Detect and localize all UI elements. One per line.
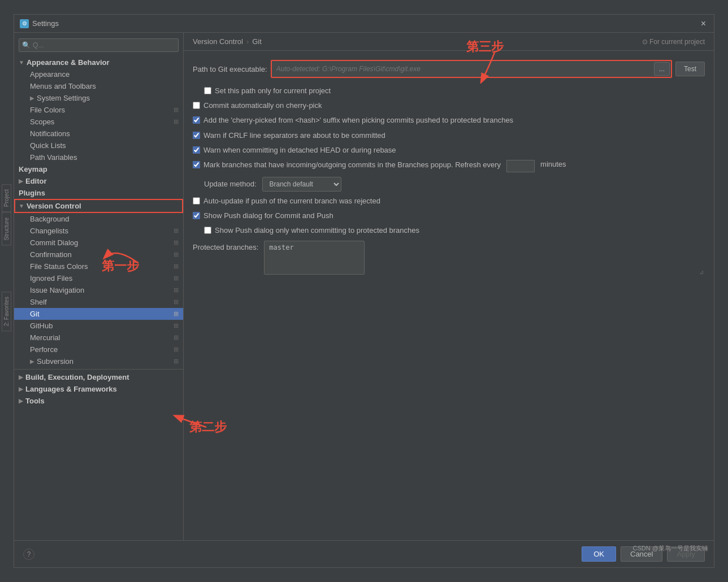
protected-branches-input[interactable]: master: [264, 241, 365, 275]
expand-arrow: ▼: [19, 59, 24, 66]
minutes-label: minutes: [540, 160, 566, 168]
settings-icon: ⊞: [174, 106, 179, 114]
settings-icon8: ⊞: [174, 286, 179, 294]
edge-tabs: Project Structure 2: Favorites: [2, 184, 11, 331]
settings-icon9: ⊞: [174, 298, 179, 306]
cancel-button[interactable]: Cancel: [621, 546, 662, 562]
show-push-checkbox[interactable]: [193, 212, 200, 219]
settings-icon12: ⊞: [174, 334, 179, 341]
expand-arrow-vc: ▼: [19, 203, 24, 209]
set-path-row: Set this path only for current project: [193, 86, 705, 96]
mark-branches-label: Mark branches that have incoming/outgoin…: [203, 160, 501, 170]
sidebar-item-ignored-files[interactable]: Ignored Files ⊞: [14, 272, 183, 284]
sidebar-item-file-colors[interactable]: File Colors ⊞: [14, 104, 183, 116]
breadcrumb-section: Version Control: [193, 37, 243, 46]
auto-update-row: Auto-update if push of the current branc…: [193, 196, 705, 206]
warn-detached-label: Warn when committing in detached HEAD or…: [203, 145, 396, 155]
sidebar-item-shelf[interactable]: Shelf ⊞: [14, 296, 183, 308]
settings-icon6: ⊞: [174, 263, 179, 270]
show-push-label: Show Push dialog for Commit and Push: [203, 211, 333, 221]
commit-auto-checkbox[interactable]: [193, 102, 200, 109]
sidebar-item-file-status-colors[interactable]: File Status Colors ⊞: [14, 260, 183, 272]
warn-detached-row: Warn when committing in detached HEAD or…: [193, 145, 705, 155]
set-path-label: Set this path only for current project: [215, 86, 331, 96]
apply-button[interactable]: Apply: [667, 546, 705, 562]
warn-crlf-checkbox[interactable]: [193, 132, 200, 139]
settings-icon7: ⊞: [174, 275, 179, 282]
sidebar-item-mercurial[interactable]: Mercurial ⊞: [14, 332, 183, 344]
expand-arrow-lang: ▶: [19, 386, 23, 392]
sidebar-item-tools[interactable]: ▶ Tools: [14, 395, 183, 407]
show-push-row: Show Push dialog for Commit and Push: [193, 211, 705, 221]
settings-icon3: ⊞: [174, 227, 179, 234]
favorites-tab: 2: Favorites: [2, 292, 11, 331]
sidebar-item-scopes[interactable]: Scopes ⊞: [14, 116, 183, 128]
expand-arrow-tools: ▶: [19, 398, 23, 404]
search-box[interactable]: 🔍: [19, 38, 179, 52]
breadcrumb: Version Control › Git ⊙ For current proj…: [184, 33, 714, 51]
refresh-minutes-input[interactable]: 10: [506, 160, 535, 172]
git-path-input[interactable]: [272, 62, 653, 76]
show-push-protected-checkbox[interactable]: [204, 227, 211, 234]
update-method-select[interactable]: Branch default Merge Rebase: [262, 177, 341, 192]
title-bar: ⚙ Settings ×: [14, 15, 714, 33]
search-input[interactable]: [19, 38, 179, 52]
commit-auto-label: Commit automatically on cherry-pick: [203, 101, 322, 111]
protected-input-wrapper: master ⊿: [264, 241, 705, 276]
sidebar-item-git[interactable]: Git ⊞: [14, 308, 183, 320]
git-path-input-wrapper: ...: [271, 60, 672, 78]
git-path-label: Path to Git executable:: [193, 65, 267, 73]
sidebar-item-editor[interactable]: ▶ Editor: [14, 175, 183, 187]
sidebar-item-subversion[interactable]: ▶ Subversion ⊞: [14, 355, 183, 367]
settings-icon13: ⊞: [174, 346, 179, 353]
set-path-checkbox[interactable]: [204, 87, 211, 94]
expand-arrow-editor: ▶: [19, 178, 23, 184]
right-panel: Version Control › Git ⊙ For current proj…: [184, 33, 714, 540]
sidebar-item-keymap[interactable]: Keymap: [14, 163, 183, 175]
sidebar-item-perforce[interactable]: Perforce ⊞: [14, 344, 183, 355]
warn-detached-checkbox[interactable]: [193, 146, 200, 154]
show-push-protected-row: Show Push dialog only when committing to…: [193, 225, 705, 236]
sidebar-item-system-settings[interactable]: ▶ System Settings: [14, 92, 183, 104]
sidebar-item-appearance-behavior[interactable]: ▼ Appearance & Behavior: [14, 57, 183, 68]
sidebar-item-changelists[interactable]: Changelists ⊞: [14, 225, 183, 237]
help-button[interactable]: ?: [23, 549, 34, 560]
test-button[interactable]: Test: [675, 62, 705, 76]
warn-crlf-row: Warn if CRLF line separators are about t…: [193, 131, 705, 141]
sidebar-item-build[interactable]: ▶ Build, Execution, Deployment: [14, 371, 183, 383]
git-path-row: Path to Git executable: ... Test: [193, 60, 705, 78]
sidebar-item-path-variables[interactable]: Path Variables: [14, 151, 183, 163]
update-method-row: Update method: Branch default Merge Reba…: [193, 177, 705, 192]
auto-update-checkbox[interactable]: [193, 197, 200, 205]
sidebar-item-languages[interactable]: ▶ Languages & Frameworks: [14, 383, 183, 395]
sidebar-item-quick-lists[interactable]: Quick Lists: [14, 140, 183, 151]
sidebar-item-confirmation[interactable]: Confirmation ⊞: [14, 249, 183, 260]
project-tab: Project: [2, 184, 11, 212]
close-button[interactable]: ×: [699, 19, 708, 29]
cherry-pick-label: Add the 'cherry-picked from <hash>' suff…: [203, 115, 513, 125]
sidebar-item-plugins[interactable]: Plugins: [14, 187, 183, 199]
mark-branches-row: Mark branches that have incoming/outgoin…: [193, 160, 705, 172]
settings-icon4: ⊞: [174, 239, 179, 246]
cherry-pick-checkbox[interactable]: [193, 116, 200, 124]
app-icon: ⚙: [20, 19, 29, 28]
mark-branches-checkbox[interactable]: [193, 161, 200, 168]
browse-button[interactable]: ...: [654, 62, 670, 76]
for-current-project: ⊙ For current project: [642, 38, 705, 46]
breadcrumb-separator: ›: [246, 37, 249, 46]
sidebar-item-menus-toolbars[interactable]: Menus and Toolbars: [14, 80, 183, 92]
sidebar-item-issue-navigation[interactable]: Issue Navigation ⊞: [14, 284, 183, 296]
sidebar-item-version-control[interactable]: ▼ Version Control: [14, 199, 183, 213]
sidebar-item-commit-dialog[interactable]: Commit Dialog ⊞: [14, 237, 183, 249]
bottom-buttons: OK Cancel Apply: [582, 546, 705, 562]
sidebar-item-background[interactable]: Background: [14, 213, 183, 225]
expand-arrow-svn: ▶: [30, 358, 34, 364]
ok-button[interactable]: OK: [582, 546, 616, 562]
sidebar-item-appearance[interactable]: Appearance: [14, 68, 183, 80]
auto-update-label: Auto-update if push of the current branc…: [203, 196, 380, 206]
update-method-label: Update method:: [193, 180, 257, 188]
sidebar-item-notifications[interactable]: Notifications: [14, 128, 183, 140]
sidebar-item-github[interactable]: GitHub ⊞: [14, 320, 183, 332]
project-icon: ⊙: [642, 38, 648, 46]
structure-tab: Structure: [2, 212, 11, 246]
